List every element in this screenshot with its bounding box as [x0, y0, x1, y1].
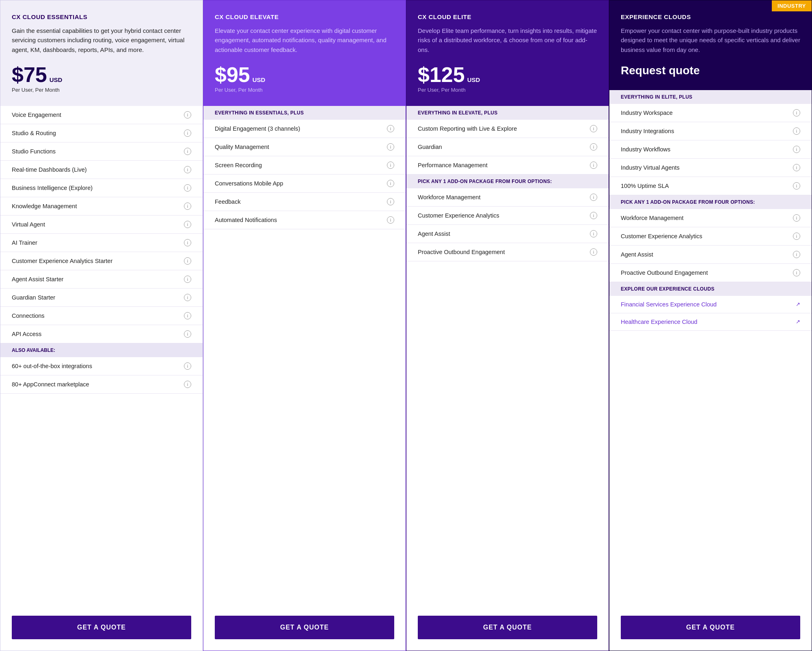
feature-name: Screen Recording [215, 162, 262, 168]
feature-row: Performance Management i [406, 156, 609, 175]
feature-name: Guardian Starter [12, 294, 55, 301]
feature-name: Guardian [418, 144, 442, 150]
cta-button-essentials[interactable]: GET A QUOTE [12, 616, 191, 639]
feature-name: Quality Management [215, 144, 269, 150]
feature-row: Knowledge Management i [0, 197, 203, 216]
feature-row: 60+ out-of-the-box integrations i [0, 357, 203, 375]
explore-link-financial[interactable]: Financial Services Experience Cloud [621, 301, 717, 308]
info-icon[interactable]: i [590, 143, 597, 151]
info-icon[interactable]: i [387, 143, 394, 151]
request-quote: Request quote [621, 64, 800, 77]
info-icon[interactable]: i [793, 214, 800, 222]
feature-row: Customer Experience Analytics i [406, 207, 609, 225]
info-icon[interactable]: i [793, 182, 800, 190]
feature-name: 80+ AppConnect marketplace [12, 381, 89, 388]
info-icon[interactable]: i [590, 194, 597, 201]
info-icon[interactable]: i [793, 269, 800, 276]
feature-row: Proactive Outbound Engagement i [609, 264, 812, 282]
info-icon[interactable]: i [184, 362, 191, 370]
feature-row: Workforce Management i [609, 209, 812, 227]
info-icon[interactable]: i [184, 294, 191, 301]
plan-title-experience: Experience Clouds [621, 13, 800, 20]
info-icon[interactable]: i [590, 125, 597, 132]
info-icon[interactable]: i [184, 276, 191, 283]
cta-button-elevate[interactable]: GET A QUOTE [215, 616, 394, 639]
features-experience: EVERYTHING IN ELITE, PLUS Industry Works… [609, 90, 812, 604]
feature-name: Customer Experience Analytics [418, 212, 499, 219]
price-period-essentials: Per User, Per Month [12, 87, 191, 93]
info-icon[interactable]: i [184, 221, 191, 228]
info-icon[interactable]: i [793, 127, 800, 135]
info-icon[interactable]: i [387, 216, 394, 224]
info-icon[interactable]: i [184, 148, 191, 155]
info-icon[interactable]: i [184, 111, 191, 119]
price-amount-essentials: $75 [12, 64, 47, 85]
info-icon[interactable]: i [793, 109, 800, 116]
feature-row: Customer Experience Analytics i [609, 227, 812, 246]
info-icon[interactable]: i [184, 184, 191, 192]
info-icon[interactable]: i [590, 230, 597, 237]
feature-name: Conversations Mobile App [215, 180, 283, 187]
feature-name: Workforce Management [418, 194, 480, 200]
feature-row: 80+ AppConnect marketplace i [0, 375, 203, 394]
info-icon[interactable]: i [590, 248, 597, 256]
feature-row: Agent Assist i [406, 225, 609, 243]
also-available-label: ALSO AVAILABLE: [0, 343, 203, 357]
info-icon[interactable]: i [387, 180, 394, 187]
plan-description-experience: Empower your contact center with purpose… [621, 26, 800, 54]
plan-description-elevate: Elevate your contact center experience w… [215, 26, 394, 54]
feature-row: AI Trainer i [0, 234, 203, 252]
feature-row: Industry Virtual Agents i [609, 159, 812, 177]
industry-badge: INDUSTRY [772, 0, 812, 11]
feature-row: Quality Management i [203, 138, 406, 156]
info-icon[interactable]: i [793, 164, 800, 171]
feature-row-healthcare[interactable]: Healthcare Experience Cloud ↗ [609, 313, 812, 331]
price-currency-essentials: USD [50, 76, 63, 83]
external-link-icon: ↗ [796, 301, 800, 307]
plan-title-elite: CX Cloud Elite [418, 13, 597, 20]
info-icon[interactable]: i [590, 212, 597, 219]
explore-label: EXPLORE OUR EXPERIENCE CLOUDS [609, 282, 812, 296]
feature-name: Custom Reporting with Live & Explore [418, 125, 517, 132]
info-icon[interactable]: i [184, 239, 191, 246]
info-icon[interactable]: i [184, 312, 191, 319]
feature-row: Industry Integrations i [609, 122, 812, 140]
feature-name: API Access [12, 331, 41, 337]
feature-row: Feedback i [203, 193, 406, 211]
feature-name: Industry Workflows [621, 146, 670, 153]
feature-name: Industry Workspace [621, 110, 673, 116]
info-icon[interactable]: i [793, 251, 800, 258]
explore-link-healthcare[interactable]: Healthcare Experience Cloud [621, 319, 698, 325]
plan-header-essentials: CX Cloud Essentials Gain the essential c… [0, 0, 203, 106]
info-icon[interactable]: i [184, 381, 191, 388]
feature-row: Real-time Dashboards (Live) i [0, 161, 203, 179]
info-icon[interactable]: i [793, 146, 800, 153]
feature-row: Connections i [0, 307, 203, 325]
info-icon[interactable]: i [387, 198, 394, 205]
info-icon[interactable]: i [387, 125, 394, 132]
cta-button-experience[interactable]: GET A QUOTE [621, 616, 800, 639]
plan-header-experience: Experience Clouds Empower your contact c… [609, 0, 812, 90]
info-icon[interactable]: i [793, 233, 800, 240]
info-icon[interactable]: i [184, 166, 191, 173]
cta-button-elite[interactable]: GET A QUOTE [418, 616, 597, 639]
plan-header-elite: CX Cloud Elite Develop Elite team perfor… [406, 0, 609, 106]
info-icon[interactable]: i [184, 330, 191, 338]
section-label-elevate: EVERYTHING IN ESSENTIALS, PLUS [203, 106, 406, 120]
plan-title-essentials: CX Cloud Essentials [12, 13, 191, 20]
info-icon[interactable]: i [184, 203, 191, 210]
features-essentials: Voice Engagement i Studio & Routing i St… [0, 106, 203, 604]
info-icon[interactable]: i [387, 162, 394, 169]
plan-price-essentials: $75 USD [12, 64, 191, 85]
feature-name: 60+ out-of-the-box integrations [12, 363, 92, 369]
feature-name: Automated Notifications [215, 217, 277, 223]
info-icon[interactable]: i [184, 257, 191, 265]
info-icon[interactable]: i [590, 162, 597, 169]
price-period-elite: Per User, Per Month [418, 87, 597, 93]
external-link-icons: ↗ [794, 301, 800, 307]
feature-name: Connections [12, 313, 45, 319]
info-icon[interactable]: i [184, 129, 191, 137]
feature-row: Studio Functions i [0, 142, 203, 161]
feature-row: Proactive Outbound Engagement i [406, 243, 609, 261]
feature-row-financial[interactable]: Financial Services Experience Cloud ↗ [609, 296, 812, 313]
